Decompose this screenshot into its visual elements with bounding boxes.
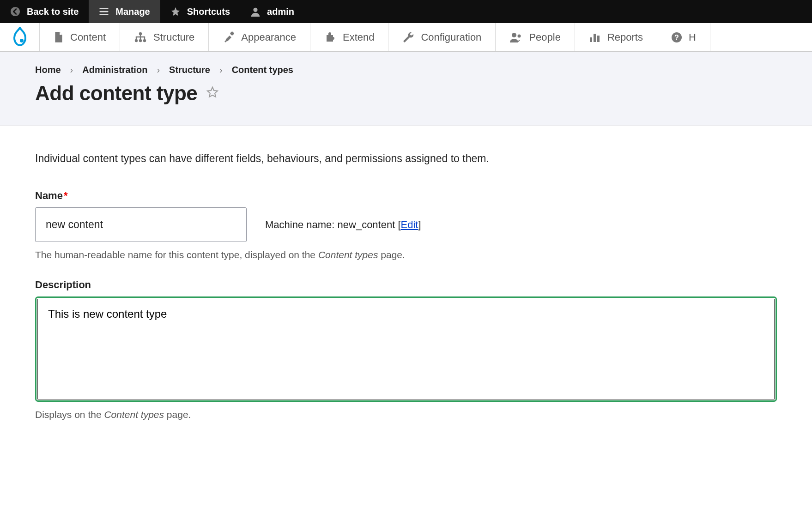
svg-point-9: [518, 34, 521, 37]
svg-text:?: ?: [674, 34, 679, 42]
menu-people[interactable]: People: [495, 23, 575, 51]
menu-extend[interactable]: Extend: [310, 23, 388, 51]
breadcrumb: Home › Administration › Structure › Cont…: [35, 65, 777, 75]
menu-content[interactable]: Content: [39, 23, 120, 51]
svg-rect-11: [594, 34, 596, 42]
svg-point-2: [20, 39, 24, 42]
puzzle-icon: [324, 31, 336, 43]
drupal-logo[interactable]: [0, 23, 39, 51]
back-to-site-button[interactable]: Back to site: [0, 0, 89, 23]
breadcrumb-content-types[interactable]: Content types: [232, 65, 293, 75]
top-toolbar: Back to site Manage Shortcuts admin: [0, 0, 812, 23]
manage-label: Manage: [115, 6, 150, 17]
menu-configuration[interactable]: Configuration: [388, 23, 495, 51]
hierarchy-icon: [134, 32, 147, 43]
name-field-group: Name* Machine name: new_content [Edit] T…: [35, 190, 777, 260]
page-header: Home › Administration › Structure › Cont…: [0, 52, 812, 126]
manage-button[interactable]: Manage: [89, 0, 160, 23]
name-label: Name*: [35, 190, 777, 202]
description-helper-text: Displays on the Content types page.: [35, 409, 777, 420]
svg-rect-7: [230, 31, 235, 36]
menu-reports[interactable]: Reports: [575, 23, 657, 51]
svg-point-1: [253, 8, 257, 12]
hamburger-icon: [99, 6, 109, 17]
back-to-site-label: Back to site: [27, 6, 79, 17]
file-icon: [54, 31, 64, 43]
menu-appearance[interactable]: Appearance: [208, 23, 310, 51]
menu-label: Extend: [343, 31, 375, 43]
shortcuts-button[interactable]: Shortcuts: [160, 0, 240, 23]
breadcrumb-sep: ›: [157, 65, 160, 75]
svg-point-0: [11, 7, 20, 16]
svg-point-8: [512, 33, 516, 37]
required-mark: *: [64, 190, 68, 201]
menu-help[interactable]: ? H: [657, 23, 710, 51]
user-icon: [250, 6, 261, 17]
menu-label: H: [689, 31, 696, 43]
menu-label: People: [529, 31, 561, 43]
svg-point-4: [135, 39, 138, 42]
help-icon: ?: [671, 32, 682, 43]
wrench-icon: [402, 31, 414, 43]
intro-text: Individual content types can have differ…: [35, 152, 777, 165]
people-icon: [509, 32, 522, 43]
user-menu-button[interactable]: admin: [240, 0, 304, 23]
svg-point-6: [143, 39, 146, 42]
description-textarea[interactable]: [37, 299, 775, 399]
machine-name-edit-link[interactable]: Edit: [401, 219, 418, 230]
menu-label: Appearance: [241, 31, 296, 43]
svg-point-5: [139, 39, 142, 42]
shortcuts-label: Shortcuts: [187, 6, 230, 17]
name-helper-text: The human-readable name for this content…: [35, 249, 777, 260]
breadcrumb-home[interactable]: Home: [35, 65, 61, 75]
svg-point-3: [139, 32, 142, 35]
svg-rect-10: [590, 37, 592, 42]
menu-label: Configuration: [421, 31, 481, 43]
breadcrumb-administration[interactable]: Administration: [82, 65, 147, 75]
page-title: Add content type: [35, 82, 197, 105]
admin-menu: Content Structure Appearance Extend Conf…: [0, 23, 812, 52]
chevron-left-icon: [10, 6, 20, 17]
breadcrumb-structure[interactable]: Structure: [169, 65, 210, 75]
description-field-group: Description Displays on the Content type…: [35, 279, 777, 420]
bar-chart-icon: [589, 32, 601, 43]
description-label: Description: [35, 279, 777, 291]
menu-label: Reports: [607, 31, 643, 43]
main-content: Individual content types can have differ…: [0, 126, 812, 457]
menu-structure[interactable]: Structure: [120, 23, 208, 51]
user-label: admin: [267, 6, 294, 17]
favorite-star-icon[interactable]: [206, 85, 219, 101]
breadcrumb-sep: ›: [219, 65, 223, 75]
breadcrumb-sep: ›: [70, 65, 73, 75]
menu-label: Content: [70, 31, 106, 43]
machine-name-display: Machine name: new_content [Edit]: [265, 219, 421, 231]
star-icon: [170, 6, 181, 17]
svg-rect-12: [597, 36, 600, 42]
name-input[interactable]: [35, 207, 247, 242]
paintbrush-icon: [223, 31, 235, 43]
description-focus-ring: [35, 296, 777, 402]
menu-label: Structure: [153, 31, 194, 43]
